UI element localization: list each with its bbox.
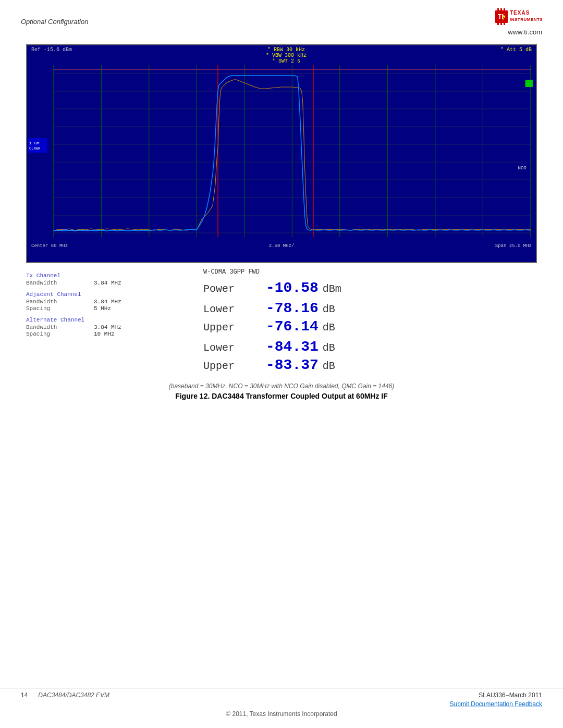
chart-ref: Ref -15.6 dBm xyxy=(31,47,72,64)
chart-rbw: * RBW 30 kHz xyxy=(266,47,307,53)
chart-vbw: * VBW 300 kHz xyxy=(266,53,307,58)
chart-center: Center 60 MHz xyxy=(31,243,68,249)
alt-bandwidth-label: Bandwidth xyxy=(26,324,94,330)
alt-spacing-value: 10 MHz xyxy=(94,331,115,337)
tx-bandwidth-value: 3.84 MHz xyxy=(94,280,121,286)
alt-bandwidth-value: 3.84 MHz xyxy=(94,324,121,330)
adj-spacing-value: 5 MHz xyxy=(94,305,111,312)
alt-lower-row: Lower -84.31 dB xyxy=(203,339,537,355)
chart-span-per-div: 2.50 MHz/ xyxy=(269,243,295,249)
page-footer: 14 DAC3484/DAC3482 EVM SLAU336−March 201… xyxy=(0,688,563,718)
alt-lower-unit: dB xyxy=(323,342,335,354)
chart-footer: Center 60 MHz 2.50 MHz/ Span 25.0 MHz xyxy=(27,242,536,250)
ti-logo-icon: TI TEXAS INSTRUMENTS xyxy=(495,7,542,26)
adj-spacing-row: Spacing 5 MHz xyxy=(26,305,203,312)
tx-bandwidth-row: Bandwidth 3.84 MHz xyxy=(26,280,203,286)
footer-left-group: 14 DAC3484/DAC3482 EVM xyxy=(21,692,109,699)
alt-spacing-label: Spacing xyxy=(26,331,94,337)
figure-title: Figure 12. DAC3484 Transformer Coupled O… xyxy=(26,392,537,400)
doc-name: DAC3484/DAC3482 EVM xyxy=(38,692,109,699)
svg-rect-6 xyxy=(504,22,505,25)
chart-grid: -20 -30 -40 -50 -60 -70 -80 -90 -100 -11… xyxy=(27,65,536,242)
alt-channel-title: Alternate Channel xyxy=(26,317,203,323)
svg-rect-3 xyxy=(504,8,505,11)
page-number: 14 xyxy=(21,692,28,699)
power-row: Power -10.58 dBm xyxy=(203,280,537,296)
svg-rect-2 xyxy=(500,8,502,11)
tx-bandwidth-label: Bandwidth xyxy=(26,280,94,286)
website-label: www.ti.com xyxy=(508,28,542,36)
main-content: Ref -15.6 dBm * RBW 30 kHz * VBW 300 kHz… xyxy=(0,39,563,400)
alt-upper-row: Upper -83.37 dB xyxy=(203,357,537,373)
chart-svg: 1 BM CLRWR NOR xyxy=(27,65,536,242)
alt-spacing-row: Spacing 10 MHz xyxy=(26,331,203,337)
adj-bandwidth-label: Bandwidth xyxy=(26,299,94,305)
figure-note: (baseband = 30MHz, NCO = 30MHz with NCO … xyxy=(26,382,537,390)
chart-att: * Att 5 dB xyxy=(500,47,532,64)
wcdma-title: W-CDMA 3GPP FWD xyxy=(203,268,537,276)
adj-lower-row: Lower -78.16 dB xyxy=(203,300,537,316)
power-unit: dBm xyxy=(323,283,341,295)
alt-upper-unit: dB xyxy=(323,360,335,372)
svg-rect-35 xyxy=(525,80,533,87)
svg-rect-5 xyxy=(500,22,502,25)
adj-lower-unit: dB xyxy=(323,303,335,315)
spectrum-chart: Ref -15.6 dBm * RBW 30 kHz * VBW 300 kHz… xyxy=(26,44,537,263)
svg-text:NOR: NOR xyxy=(518,165,527,171)
copyright: © 2011, Texas Instruments Incorporated xyxy=(21,710,542,718)
right-measurements: W-CDMA 3GPP FWD Power -10.58 dBm Lower -… xyxy=(203,268,537,375)
power-value: -10.58 xyxy=(266,280,319,296)
alt-lower-value: -84.31 xyxy=(266,339,319,355)
svg-rect-10 xyxy=(27,65,536,242)
footer-right-group: SLAU336−March 2011 Submit Documentation … xyxy=(450,692,542,708)
adj-bandwidth-value: 3.84 MHz xyxy=(94,299,121,305)
adj-bandwidth-row: Bandwidth 3.84 MHz xyxy=(26,299,203,305)
alt-upper-label: Upper xyxy=(203,360,266,372)
adj-upper-label: Upper xyxy=(203,322,266,334)
ti-logo: TI TEXAS INSTRUMENTS xyxy=(495,7,542,26)
footer-top: 14 DAC3484/DAC3482 EVM SLAU336−March 201… xyxy=(21,688,542,708)
doc-number: SLAU336−March 2011 xyxy=(450,692,542,699)
chart-swt: * SWT 2 s xyxy=(266,58,307,64)
adj-upper-unit: dB xyxy=(323,322,335,334)
measurements-area: Tx Channel Bandwidth 3.84 MHz Adjacent C… xyxy=(26,263,537,380)
svg-rect-1 xyxy=(497,8,499,11)
adj-lower-value: -78.16 xyxy=(266,300,319,316)
tx-channel-title: Tx Channel xyxy=(26,273,203,279)
alt-upper-value: -83.37 xyxy=(266,357,319,373)
power-label: Power xyxy=(203,283,266,295)
svg-text:CLRWR: CLRWR xyxy=(29,146,41,151)
chart-span: Span 25.0 MHz xyxy=(495,243,532,249)
svg-text:1 BM: 1 BM xyxy=(29,141,40,145)
alt-lower-label: Lower xyxy=(203,342,266,354)
adj-upper-row: Upper -76.14 dB xyxy=(203,318,537,335)
adj-channel-title: Adjacent Channel xyxy=(26,291,203,298)
alt-bandwidth-row: Bandwidth 3.84 MHz xyxy=(26,324,203,330)
section-label: Optional Configuration xyxy=(21,18,88,26)
adj-upper-value: -76.14 xyxy=(266,318,319,335)
page-header: Optional Configuration TI xyxy=(0,0,563,39)
svg-rect-4 xyxy=(497,22,499,25)
left-measurements: Tx Channel Bandwidth 3.84 MHz Adjacent C… xyxy=(26,268,203,375)
adj-lower-label: Lower xyxy=(203,303,266,315)
svg-text:INSTRUMENTS: INSTRUMENTS xyxy=(510,17,542,22)
svg-text:TEXAS: TEXAS xyxy=(510,10,530,16)
adj-spacing-label: Spacing xyxy=(26,305,94,312)
feedback-link[interactable]: Submit Documentation Feedback xyxy=(450,700,542,708)
